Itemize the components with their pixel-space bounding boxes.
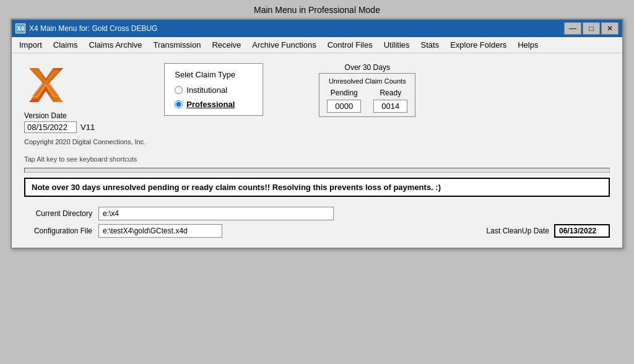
menu-item-claims-archive[interactable]: Claims Archive [84, 38, 147, 51]
title-bar: X4 X4 Main Menu for: Gold Cross DEBUG — … [12, 20, 622, 37]
app-logo [26, 65, 66, 105]
menu-item-archive-functions[interactable]: Archive Functions [247, 38, 321, 51]
logo-box [24, 63, 67, 106]
shortcut-hint: Tap Alt key to see keyboard shortcuts [24, 155, 610, 163]
maximize-button[interactable]: □ [583, 22, 600, 35]
counts-row: Pending Ready [327, 89, 407, 113]
config-file-field[interactable] [98, 224, 222, 238]
claim-type-box: Selet Claim Type Institutional Professio… [164, 63, 263, 116]
version-date-label: Version Date [24, 111, 67, 120]
over30-label: Over 30 Days [345, 63, 390, 72]
title-bar-controls: — □ ✕ [564, 22, 619, 35]
ready-label: Ready [380, 89, 401, 97]
menu-item-helps[interactable]: Helps [513, 38, 543, 51]
content-area: Version Date V11 Copyright 2020 Digital … [12, 53, 622, 248]
menu-item-transmission[interactable]: Transmission [149, 38, 206, 51]
page-title: Main Menu in Professional Mode [254, 5, 380, 15]
menu-bar: Import Claims Claims Archive Transmissio… [12, 37, 622, 53]
claim-type-title: Selet Claim Type [175, 70, 253, 79]
radio-institutional[interactable]: Institutional [175, 85, 253, 95]
pending-label: Pending [331, 89, 358, 97]
menu-item-import[interactable]: Import [14, 38, 47, 51]
version-date-field[interactable] [24, 121, 77, 133]
pending-field [327, 100, 361, 113]
radio-institutional-label: Institutional [186, 85, 227, 95]
unresolved-box: Unresolved Claim Counts Pending Ready [319, 73, 415, 117]
ready-field [373, 100, 407, 113]
pending-col: Pending [327, 89, 361, 113]
radio-professional[interactable]: Professional [175, 100, 253, 109]
bottom-fields: Current Directory Configuration File Las… [24, 207, 610, 238]
title-bar-left: X4 X4 Main Menu for: Gold Cross DEBUG [15, 24, 157, 33]
current-dir-field[interactable] [98, 207, 334, 220]
copyright-text: Copyright 2020 Digital Connections, Inc. [24, 138, 145, 145]
current-dir-label: Current Directory [24, 209, 92, 218]
window-icon: X4 [15, 24, 25, 33]
note-box: Note over 30 days unresolved pending or … [24, 178, 610, 197]
unresolved-title: Unresolved Claim Counts [327, 77, 407, 85]
config-file-row: Configuration File Last CleanUp Date [24, 224, 610, 238]
current-dir-row: Current Directory [24, 207, 610, 220]
window-title: X4 Main Menu for: Gold Cross DEBUG [29, 24, 157, 33]
ready-col: Ready [373, 89, 407, 113]
menu-item-claims[interactable]: Claims [48, 38, 83, 51]
menu-item-explore-folders[interactable]: Explore Folders [445, 38, 511, 51]
menu-item-receive[interactable]: Receive [207, 38, 246, 51]
menu-item-control-files[interactable]: Control Files [323, 38, 378, 51]
radio-institutional-input[interactable] [175, 86, 183, 94]
top-section: Version Date V11 Copyright 2020 Digital … [24, 63, 610, 145]
radio-professional-input[interactable] [175, 100, 183, 108]
minimize-button[interactable]: — [564, 22, 581, 35]
cleanup-date-field [554, 224, 610, 238]
config-file-label: Configuration File [24, 227, 92, 235]
menu-item-stats[interactable]: Stats [416, 38, 445, 51]
logo-area: Version Date V11 Copyright 2020 Digital … [24, 63, 145, 145]
main-window: X4 X4 Main Menu for: Gold Cross DEBUG — … [11, 19, 623, 249]
menu-item-utilities[interactable]: Utilities [379, 38, 415, 51]
close-button[interactable]: ✕ [601, 22, 619, 35]
counts-area: Over 30 Days Unresolved Claim Counts Pen… [319, 63, 415, 117]
progress-bar [24, 168, 610, 173]
version-label: V11 [80, 123, 95, 132]
claim-type-radio-group: Institutional Professional [175, 85, 253, 109]
radio-professional-label: Professional [186, 100, 235, 109]
version-date-row: V11 [24, 121, 95, 133]
cleanup-area: Last CleanUp Date [487, 224, 610, 238]
cleanup-date-label: Last CleanUp Date [487, 227, 549, 235]
